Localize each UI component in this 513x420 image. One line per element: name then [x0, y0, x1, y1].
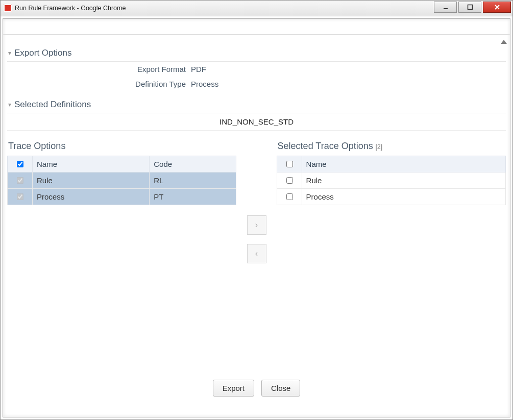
- close-icon: [494, 4, 501, 11]
- col-name: Name: [302, 156, 505, 172]
- label-export-format: Export Format: [7, 65, 191, 73]
- section-title: Export Options: [14, 48, 71, 58]
- select-all-checkbox[interactable]: [17, 161, 23, 167]
- maximize-button[interactable]: [458, 2, 481, 13]
- cell-code: PT: [150, 189, 236, 205]
- select-all-header[interactable]: [8, 156, 33, 172]
- trace-options-title: Trace Options: [7, 139, 236, 156]
- chevron-right-icon: ›: [255, 220, 258, 230]
- minimize-button[interactable]: [434, 2, 457, 13]
- titlebar: Run Rule Framework - Google Chrome: [1, 1, 512, 16]
- select-all-header[interactable]: [277, 156, 302, 172]
- move-right-button[interactable]: ›: [247, 215, 266, 235]
- move-left-button[interactable]: ‹: [247, 244, 266, 263]
- cell-name: Rule: [302, 172, 505, 189]
- row-checkbox[interactable]: [286, 177, 293, 184]
- section-selected-definitions[interactable]: ▾ Selected Definitions: [7, 96, 506, 113]
- dual-pane: Trace Options Name Code: [7, 139, 506, 263]
- content: ▾ Export Options Export Format PDF Defin…: [3, 35, 510, 417]
- window-title: Run Rule Framework - Google Chrome: [15, 5, 126, 12]
- table-row[interactable]: Process: [277, 189, 505, 205]
- col-code: Code: [150, 156, 236, 172]
- chevron-down-icon: ▾: [8, 50, 11, 57]
- window-frame: Run Rule Framework - Google Chrome ▾ Exp…: [0, 0, 513, 420]
- row-checkbox[interactable]: [286, 193, 293, 200]
- selected-trace-options-title: Selected Trace Options [2]: [277, 139, 506, 156]
- selected-trace-options-count: [2]: [376, 143, 382, 151]
- cell-code: RL: [150, 172, 236, 189]
- window-buttons: [434, 1, 512, 16]
- cell-name: Rule: [33, 172, 150, 189]
- minimize-icon: [443, 4, 449, 10]
- chevron-left-icon: ‹: [255, 249, 258, 258]
- cell-name: Process: [302, 189, 505, 205]
- svg-rect-1: [468, 5, 472, 10]
- col-name: Name: [33, 156, 150, 172]
- selected-definition-value: IND_NON_SEC_STD: [7, 113, 506, 131]
- close-window-button[interactable]: [483, 2, 511, 13]
- export-button[interactable]: Export: [213, 380, 254, 397]
- transfer-buttons: › ‹: [236, 139, 276, 263]
- trace-options-pane: Trace Options Name Code: [7, 139, 236, 263]
- value-export-format: PDF: [191, 65, 206, 73]
- footer-buttons: Export Close: [3, 380, 510, 397]
- trace-options-table: Name Code Rule RL: [7, 156, 236, 205]
- selected-trace-options-pane: Selected Trace Options [2] Name: [277, 139, 506, 263]
- close-button[interactable]: Close: [261, 380, 300, 397]
- maximize-icon: [467, 4, 473, 10]
- chevron-down-icon: ▾: [8, 101, 11, 108]
- table-row[interactable]: Rule RL: [8, 172, 236, 189]
- section-export-options[interactable]: ▾ Export Options: [7, 45, 506, 62]
- label-definition-type: Definition Type: [7, 80, 191, 88]
- row-checkbox[interactable]: [17, 177, 23, 184]
- app-icon: [4, 4, 12, 12]
- value-definition-type: Process: [191, 80, 218, 88]
- table-row[interactable]: Rule: [277, 172, 505, 189]
- row-export-format: Export Format PDF: [7, 62, 506, 77]
- selected-trace-options-title-text: Selected Trace Options: [278, 141, 373, 151]
- section-title: Selected Definitions: [14, 100, 91, 110]
- selected-trace-options-table: Name Rule Process: [277, 156, 506, 205]
- blank-toolbar-area: [3, 19, 510, 35]
- row-definition-type: Definition Type Process: [7, 77, 506, 91]
- page-area: ▾ Export Options Export Format PDF Defin…: [3, 18, 510, 417]
- table-row[interactable]: Process PT: [8, 189, 236, 205]
- cell-name: Process: [33, 189, 150, 205]
- select-all-checkbox[interactable]: [286, 161, 293, 167]
- row-checkbox[interactable]: [17, 193, 23, 200]
